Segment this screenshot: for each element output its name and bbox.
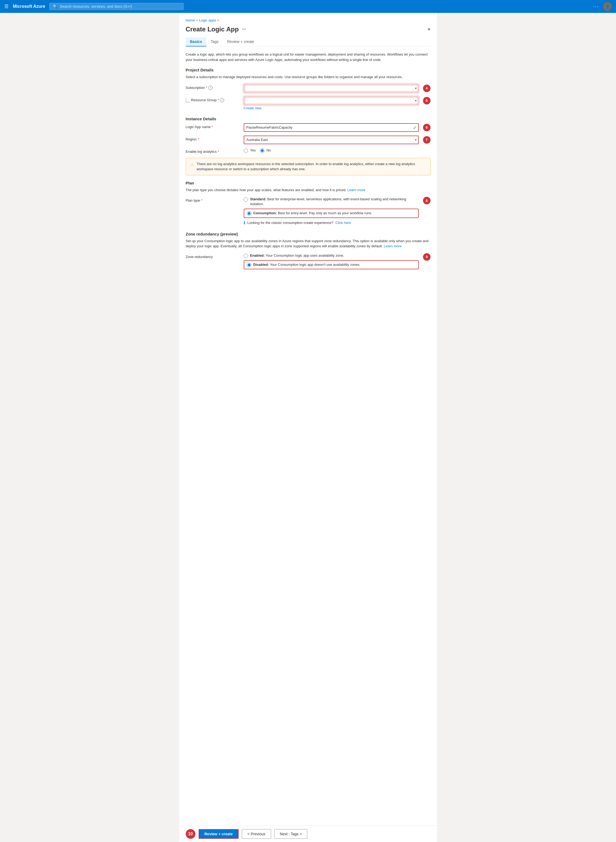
app-name: Microsoft Azure — [13, 4, 45, 9]
previous-button[interactable]: < Previous — [242, 829, 271, 839]
logic-app-name-checkmark-icon: ✓ — [413, 125, 417, 130]
zone-disabled-option[interactable]: Disabled: Your Consumption logic app doe… — [244, 260, 419, 269]
main-content: Home > Logic apps > Create Logic App ···… — [179, 13, 437, 842]
resource-group-chevron-icon: ▾ — [415, 99, 417, 103]
breadcrumb-sep-1: > — [196, 18, 198, 22]
close-button[interactable]: × — [428, 26, 431, 32]
plan-standard-radio[interactable] — [244, 197, 248, 202]
resource-group-row-inner: ▾ 5 — [244, 96, 431, 105]
zone-disabled-label: Disabled: Your Consumption logic app doe… — [254, 262, 361, 267]
region-field-wrapper: Australia East East US West US West Euro… — [244, 136, 431, 144]
more-options-icon[interactable]: ··· — [593, 4, 599, 9]
zone-step-badge: 9 — [423, 253, 431, 261]
region-label: Region * — [186, 136, 239, 141]
resource-group-info-icon[interactable]: i — [220, 98, 224, 102]
zone-learn-more-link[interactable]: Learn more — [384, 244, 402, 248]
plan-type-field-wrapper: Standard: Best for enterprise-level, ser… — [244, 197, 431, 225]
create-new-link[interactable]: Create new — [244, 106, 431, 110]
zone-redundancy-field-wrapper: Enabled: Your Consumption logic app uses… — [244, 253, 431, 269]
review-create-button[interactable]: Review + create — [199, 829, 239, 839]
plan-consumption-radio[interactable] — [247, 211, 251, 216]
zone-redundancy-label: Zone redundancy — [186, 253, 239, 259]
plan-standard-option[interactable]: Standard: Best for enterprise-level, ser… — [244, 197, 419, 207]
logic-app-name-label: Logic App name * — [186, 123, 239, 129]
resource-group-dropdown[interactable] — [244, 96, 419, 105]
region-dropdown[interactable]: Australia East East US West US West Euro… — [244, 136, 419, 144]
warning-box: ⚠ There are no log analytics workspace r… — [186, 158, 431, 175]
logic-app-name-input[interactable] — [244, 123, 419, 132]
resource-group-required: * — [218, 98, 219, 102]
resource-group-field-wrapper: ▾ 5 Create new — [244, 96, 431, 110]
plan-consumption-label: Consumption: Best for entry-level. Pay o… — [254, 211, 372, 216]
enable-log-field-wrapper: Yes No — [244, 148, 431, 153]
tree-connector — [186, 98, 190, 102]
log-yes-label: Yes — [250, 148, 256, 153]
classic-text: Looking for the classic consumption crea… — [248, 221, 333, 225]
warning-text: There are no log analytics workspace res… — [197, 161, 426, 172]
search-bar[interactable]: 🔍 — [49, 3, 183, 10]
plan-description: The plan type you choose dictates how yo… — [186, 188, 431, 193]
click-here-link[interactable]: Click here — [336, 221, 351, 225]
plan-type-row: Plan type * Standard: Best for enterpris… — [186, 197, 431, 225]
log-analytics-radio-group: Yes No — [244, 148, 431, 153]
subscription-chevron-icon: ▾ — [415, 87, 417, 90]
zone-enabled-option[interactable]: Enabled: Your Consumption logic app uses… — [244, 253, 419, 258]
hamburger-menu[interactable]: ☰ — [4, 3, 9, 9]
avatar[interactable]: 👤 — [603, 2, 612, 11]
bottom-bar: 10 Review + create < Previous Next : Tag… — [179, 826, 437, 842]
zone-enabled-radio[interactable] — [244, 254, 248, 258]
breadcrumb-logic-apps[interactable]: Logic apps — [199, 18, 216, 22]
region-step-badge: 7 — [423, 136, 431, 144]
tab-basics[interactable]: Basics — [186, 37, 207, 47]
tab-review-create[interactable]: Review + create — [223, 37, 258, 47]
search-input[interactable] — [60, 4, 180, 9]
log-no-option[interactable]: No — [260, 148, 271, 153]
subscription-dropdown[interactable] — [244, 84, 419, 92]
info-circle-icon: ℹ — [244, 220, 245, 225]
top-navigation: ☰ Microsoft Azure 🔍 ··· 👤 — [0, 0, 616, 13]
breadcrumb: Home > Logic apps > — [186, 18, 431, 22]
review-create-badge: 10 — [186, 829, 195, 839]
log-yes-option[interactable]: Yes — [244, 148, 256, 153]
section-zone-redundancy: Zone redundancy (preview) — [186, 232, 431, 236]
page-description: Create a logic app, which lets you group… — [186, 52, 431, 62]
resource-group-row: Resource Group * i ▾ 5 Create new — [186, 96, 431, 110]
logic-app-name-row: Logic App name * ✓ 6 — [186, 123, 431, 132]
logic-app-name-step-badge: 6 — [423, 124, 431, 131]
nav-right: ··· 👤 — [593, 2, 612, 11]
subscription-row: Subscription * i ▾ 4 — [186, 84, 431, 92]
plan-learn-more-link[interactable]: Learn more — [347, 188, 365, 192]
plan-consumption-option[interactable]: Consumption: Best for entry-level. Pay o… — [244, 208, 419, 218]
zone-disabled-radio[interactable] — [247, 263, 251, 267]
region-row: Region * Australia East East US West US … — [186, 136, 431, 144]
classic-consumption-info: ℹ Looking for the classic consumption cr… — [244, 220, 431, 225]
search-icon: 🔍 — [53, 4, 57, 9]
log-yes-radio[interactable] — [244, 148, 248, 153]
project-details-description: Select a subscription to manage deployed… — [186, 74, 431, 80]
subscription-required: * — [206, 86, 207, 89]
subscription-field-wrapper: ▾ 4 — [244, 84, 431, 92]
log-no-radio[interactable] — [260, 148, 264, 153]
region-dropdown-wrapper: Australia East East US West US West Euro… — [244, 136, 419, 144]
subscription-label: Subscription * i — [186, 84, 239, 90]
log-no-label: No — [267, 148, 271, 153]
resource-group-label-tree: Resource Group * i — [186, 96, 239, 103]
subscription-dropdown-wrapper: ▾ — [244, 84, 419, 92]
title-more-options[interactable]: ··· — [242, 26, 246, 32]
subscription-step-badge: 4 — [423, 85, 431, 92]
logic-app-name-input-wrapper: ✓ — [244, 123, 419, 132]
tab-tags[interactable]: Tags — [207, 37, 223, 47]
breadcrumb-home[interactable]: Home — [186, 18, 195, 22]
plan-standard-label: Standard: Best for enterprise-level, ser… — [250, 197, 419, 207]
next-button[interactable]: Next : Tags > — [274, 829, 308, 839]
section-project-details: Project Details — [186, 67, 431, 72]
tree-line: Resource Group * i — [186, 96, 239, 103]
subscription-info-icon[interactable]: i — [208, 86, 213, 90]
zone-redundancy-inner: Enabled: Your Consumption logic app uses… — [244, 253, 431, 269]
resource-group-step-badge: 5 — [423, 97, 431, 104]
plan-type-radio-group: Standard: Best for enterprise-level, ser… — [244, 197, 419, 218]
zone-redundancy-radio-group: Enabled: Your Consumption logic app uses… — [244, 253, 419, 269]
resource-group-label: Resource Group * i — [191, 98, 224, 103]
enable-log-row: Enable log analytics * Yes No — [186, 148, 431, 154]
section-instance-details: Instance Details — [186, 116, 431, 121]
